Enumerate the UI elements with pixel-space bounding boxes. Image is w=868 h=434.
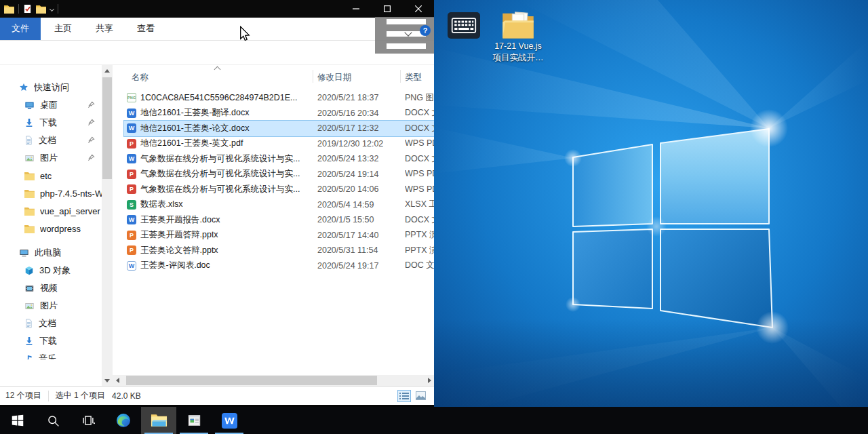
star-icon [19,83,28,92]
sidebar-item[interactable]: wordpress [0,220,102,237]
docx-file-icon: W [127,154,136,163]
file-name: 气象数据在线分析与可视化系统设计与实... [140,168,313,180]
scroll-down-button[interactable] [102,375,113,386]
sidebar-item-label: 3D 对象 [39,264,71,277]
sidebar-section-this-pc[interactable]: 此电脑 [0,244,102,262]
pdf-file-icon: P [127,139,136,149]
download-icon [24,118,34,127]
file-date-modified: 2020/5/24 13:32 [317,154,378,163]
sidebar-item[interactable]: 桌面 [0,96,102,114]
navigation-pane: 快速访问桌面下载文档图片etcphp-7.4.5-nts-Wvue_api_se… [0,65,102,359]
table-row[interactable]: W地信21601-王荟奥-翻译.docx2020/5/16 20:34DOCX … [124,106,434,121]
sidebar-section-label: 此电脑 [35,247,61,259]
table-row[interactable]: P气象数据在线分析与可视化系统设计与实...2020/5/24 19:14WPS… [124,167,434,182]
desktop-folder-vuejs[interactable]: 17-21 Vue.js 项目实战开… [486,9,551,64]
sidebar-item[interactable]: 下载 [0,114,102,132]
file-type: DOC 文档 [405,260,434,271]
table-row[interactable]: S数据表.xlsx2020/5/4 14:59XLSX 工作表 [124,197,434,213]
sidebar-item[interactable]: 文档 [0,132,102,149]
file-date-modified: 2020/5/17 12:32 [317,123,378,133]
sidebar-scroll-thumb[interactable] [102,77,112,179]
scroll-left-button[interactable] [113,375,122,386]
task-view-icon [81,413,96,428]
properties-icon[interactable] [23,4,32,14]
sidebar-item[interactable]: etc [0,167,102,184]
sidebar-item[interactable]: vue_api_server [0,202,102,220]
file-type: WPS PDF 文档 [405,138,434,149]
table-row[interactable]: P王荟奥开题答辩.pptx2020/5/17 14:40PPTX 演示文稿 [124,228,434,243]
taskbar-search-button[interactable] [35,407,71,434]
file-type: DOCX 文档 [405,123,434,134]
taskbar-app-window-button[interactable] [176,407,212,434]
table-row[interactable]: W地信21601-王荟奥-论文.docx2020/5/17 12:32DOCX … [124,121,434,136]
scroll-right-button[interactable] [425,375,434,386]
tab-file[interactable]: 文件 [0,18,41,40]
column-separator2[interactable] [400,70,401,83]
file-type: DOCX 文档 [405,107,434,119]
large-icons-view-icon [416,391,426,400]
customize-qat-chevron-icon[interactable] [50,6,54,11]
file-date-modified: 2020/5/17 14:40 [317,231,378,240]
minimize-button[interactable] [340,0,372,18]
pictures-icon [24,302,35,311]
sort-ascending-icon[interactable] [214,66,221,73]
file-date-modified: 2020/5/4 14:59 [317,200,374,210]
sidebar-item[interactable]: 图片 [0,149,102,167]
file-date-modified: 2020/5/31 11:54 [317,245,378,255]
taskbar-start-button[interactable] [0,407,35,434]
desktop-icon [24,100,35,110]
tab-share[interactable]: 共享 [85,18,123,40]
touch-keyboard-button[interactable] [448,12,480,39]
horizontal-scroll-thumb[interactable] [126,376,377,385]
column-separator[interactable] [313,70,313,83]
scroll-up-button[interactable] [102,65,113,76]
sidebar-section-label: 快速访问 [34,81,69,94]
table-row[interactable]: W气象数据在线分析与可视化系统设计与实...2020/5/24 13:32DOC… [124,151,434,167]
folder-icon [24,207,35,216]
sidebar-section-quick-access[interactable]: 快速访问 [0,79,102,96]
wps-office-icon [222,413,237,429]
taskbar-task-view-button[interactable] [71,407,106,434]
sidebar-scrollbar[interactable] [102,65,113,386]
table-row[interactable]: PNG1C0CAC8AE541C5596C284974B2D1E...2020/… [124,90,434,106]
tab-home[interactable]: 主页 [44,18,82,40]
close-button[interactable] [403,0,434,18]
file-list-pane: 名称 修改日期 类型 PNG1C0CAC8AE541C5596C284974B2… [113,65,434,359]
sidebar-item[interactable]: 下载 [0,332,102,350]
taskbar-edge-button[interactable] [106,407,141,434]
sidebar-item[interactable]: php-7.4.5-nts-W [0,184,102,202]
mouse-cursor [239,26,250,42]
title-bar[interactable] [0,0,434,18]
pin-icon [87,136,95,144]
file-name: 王荟奥开题答辩.pptx [140,229,313,241]
column-date-modified[interactable]: 修改日期 [317,72,351,83]
ribbon-tabs: 文件 主页 共享 查看 [0,18,434,41]
sidebar-item-label: 下载 [39,335,57,347]
table-row[interactable]: P王荟奥论文答辩.pptx2020/5/31 11:54PPTX 演示文稿 [124,243,434,258]
column-name[interactable]: 名称 [132,72,149,83]
sidebar-item[interactable]: 文档 [0,315,102,332]
taskbar-wps-office-button[interactable] [212,407,247,434]
maximize-button[interactable] [372,0,403,18]
taskbar-file-explorer-button[interactable] [141,407,176,434]
sidebar-item[interactable]: 图片 [0,297,102,315]
table-row[interactable]: P气象数据在线分析与可视化系统设计与实...2020/5/20 14:06WPS… [124,182,434,197]
column-type[interactable]: 类型 [405,72,422,83]
horizontal-scrollbar[interactable] [113,375,434,386]
file-date-modified: 2019/12/30 12:02 [317,139,383,149]
sidebar-item[interactable]: 视频 [0,279,102,297]
tab-view[interactable]: 查看 [127,18,165,40]
computer-icon [19,248,29,258]
sidebar-item[interactable]: 3D 对象 [0,262,102,279]
folder-icon [24,189,35,198]
overlay-bar [387,19,426,24]
sidebar-item[interactable]: 音乐 [0,350,102,359]
music-icon [24,354,33,359]
help-button[interactable]: ? [420,25,431,36]
table-row[interactable]: W王荟奥开题报告.docx2020/1/5 15:50DOCX 文档 [124,212,434,228]
table-row[interactable]: W王荟奥-评阅表.doc2020/5/24 19:17DOC 文档 [124,258,434,274]
new-folder-icon[interactable] [36,5,46,14]
large-icons-view-button[interactable] [414,390,427,402]
table-row[interactable]: P地信21601-王荟奥-英文.pdf2019/12/30 12:02WPS P… [124,136,434,152]
details-view-button[interactable] [397,390,411,402]
